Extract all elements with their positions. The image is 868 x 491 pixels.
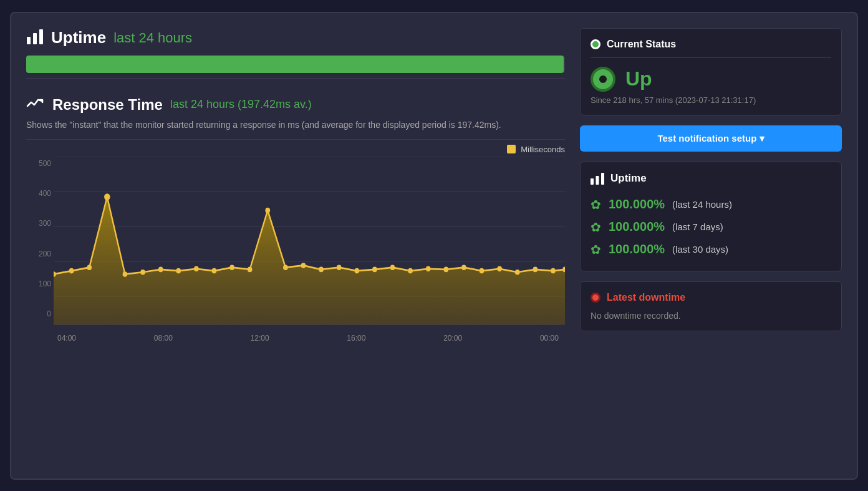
y-axis-labels: 500 400 300 200 100 0 [26,157,51,331]
svg-point-18 [212,268,217,273]
svg-point-35 [515,269,520,275]
uptime-stat-7d: ✿ 100.000% (last 7 days) [591,216,831,238]
response-section: Response Time last 24 hours (197.42ms av… [26,96,565,343]
svg-rect-1 [33,33,37,44]
x-label-0400: 04:00 [57,334,76,343]
downtime-title: Latest downtime [607,292,685,303]
star-icon-24h: ✿ [591,197,601,212]
downtime-header: Latest downtime [591,292,831,303]
response-desc: Shows the "instant" that the monitor sta… [26,119,565,132]
uptime-stat-30d: ✿ 100.000% (last 30 days) [591,238,831,261]
uptime-pct-30d: 100.000% [609,242,665,256]
uptime-stats-card: Uptime ✿ 100.000% (last 24 hours) ✿ 100.… [580,162,842,271]
svg-point-26 [354,268,359,273]
downtime-text: No downtime recorded. [591,311,831,321]
svg-point-11 [87,265,92,270]
app-container: Uptime last 24 hours Response Time last … [10,12,858,480]
y-label-200: 200 [26,250,51,258]
uptime-subtitle: last 24 hours [113,30,192,46]
current-status-header: Current Status [591,39,831,58]
svg-point-14 [140,269,145,275]
uptime-card-title: Uptime [610,172,647,185]
svg-point-28 [390,265,395,270]
uptime-pct-24h: 100.000% [609,197,665,211]
legend-box [507,145,516,153]
uptime-title: Uptime [51,28,106,47]
svg-point-12 [104,193,110,200]
svg-point-17 [194,266,199,271]
uptime-progress-container [26,56,565,73]
svg-point-31 [443,266,448,272]
svg-point-13 [123,271,128,277]
svg-point-20 [248,266,253,272]
y-label-500: 500 [26,159,51,168]
left-panel: Uptime last 24 hours Response Time last … [26,28,565,464]
uptime-period-7d: (last 7 days) [672,221,723,232]
x-label-2000: 20:00 [443,334,462,343]
svg-point-30 [426,266,431,271]
uptime-bar-icon [591,172,604,185]
svg-point-27 [372,266,377,272]
response-subtitle: last 24 hours (197.42ms av.) [170,98,312,111]
status-indicator-icon [591,39,600,49]
svg-rect-40 [596,176,599,185]
uptime-progress-fill [26,56,564,73]
y-label-100: 100 [26,280,51,288]
big-status-dot-icon [591,67,615,92]
uptime-stat-24h: ✿ 100.000% (last 24 hours) [591,193,831,216]
response-header: Response Time last 24 hours (197.42ms av… [26,96,565,114]
x-label-0000: 00:00 [540,334,559,343]
svg-point-19 [229,265,234,270]
svg-point-37 [551,268,556,273]
downtime-indicator-icon [591,293,600,303]
status-up-text: Up [625,67,652,90]
svg-point-34 [497,266,502,271]
uptime-period-30d: (last 30 days) [672,244,728,255]
status-since: Since 218 hrs, 57 mins (2023-07-13 21:31… [591,95,831,105]
legend-label: Milliseconds [521,145,565,154]
right-panel: Current Status Up Since 218 hrs, 57 mins… [580,28,842,464]
uptime-pct-7d: 100.000% [609,220,665,234]
svg-rect-0 [27,37,31,44]
svg-point-24 [319,266,324,272]
x-axis-labels: 04:00 08:00 12:00 16:00 20:00 00:00 [26,331,565,343]
trend-icon [26,96,45,114]
test-notification-button[interactable]: Test notification setup ▾ [580,125,842,152]
response-time-chart [54,157,565,331]
y-label-0: 0 [26,309,51,318]
current-status-card: Current Status Up Since 218 hrs, 57 mins… [580,28,842,115]
svg-point-21 [265,207,270,213]
svg-point-33 [480,268,485,273]
svg-rect-41 [601,173,604,185]
y-label-400: 400 [26,189,51,198]
status-up-row: Up [591,67,831,92]
svg-point-16 [176,268,181,273]
uptime-card-header: Uptime [591,172,831,185]
x-label-1600: 16:00 [347,334,365,343]
divider-2 [26,139,565,140]
x-label-0800: 08:00 [154,334,173,343]
svg-point-29 [408,268,413,273]
svg-point-10 [69,268,74,273]
svg-point-23 [301,263,306,268]
svg-point-36 [533,266,538,272]
bar-chart-icon [26,28,44,48]
star-icon-7d: ✿ [591,220,601,235]
response-title: Response Time [52,96,163,114]
uptime-period-24h: (last 24 hours) [672,199,732,210]
svg-point-15 [158,266,163,272]
chart-container: Milliseconds 500 400 300 200 100 0 [26,145,565,343]
current-status-title: Current Status [607,39,676,50]
svg-point-25 [337,265,342,270]
test-btn-label: Test notification setup ▾ [657,133,764,144]
chart-wrapper: 500 400 300 200 100 0 [26,157,565,331]
svg-rect-39 [591,178,594,185]
star-icon-30d: ✿ [591,242,601,257]
x-label-1200: 12:00 [251,334,269,343]
uptime-header: Uptime last 24 hours [26,28,565,48]
divider-1 [26,78,565,79]
latest-downtime-card: Latest downtime No downtime recorded. [580,281,842,331]
svg-rect-2 [39,29,43,44]
svg-point-32 [461,265,466,270]
y-label-300: 300 [26,219,51,228]
